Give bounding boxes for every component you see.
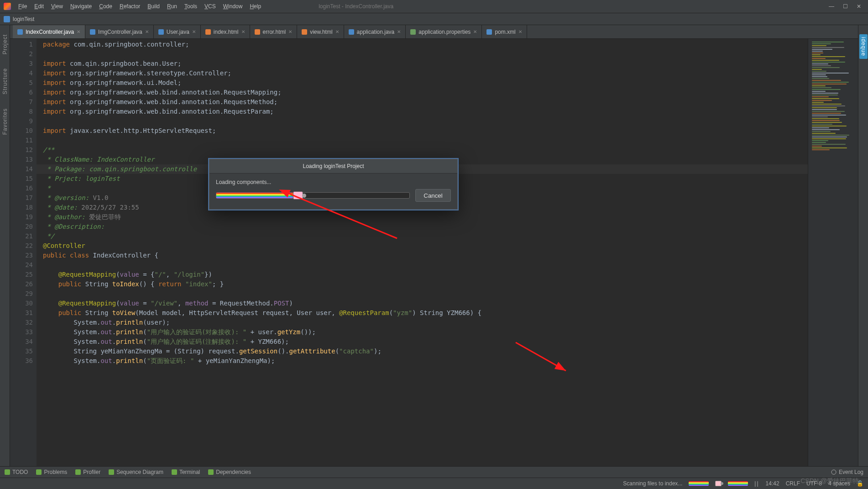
tool-icon: [75, 469, 81, 475]
window-title: loginTest - IndexController.java: [319, 3, 393, 10]
breadcrumb[interactable]: loginTest: [13, 16, 34, 22]
event-log-label: Event Log: [839, 469, 863, 475]
file-icon: [158, 29, 164, 35]
maximize-icon[interactable]: ☐: [842, 3, 848, 10]
menu-run[interactable]: Run: [164, 1, 180, 11]
bg-progress-rainbow: [689, 481, 709, 486]
tab-label: application.java: [357, 29, 395, 35]
tool-icon: [208, 469, 214, 475]
bubble-icon: [831, 469, 837, 475]
tab-application-java[interactable]: application.java✕: [344, 25, 406, 38]
menu-window[interactable]: Window: [220, 1, 246, 11]
close-tab-icon[interactable]: ✕: [77, 29, 80, 34]
file-icon: [90, 29, 95, 35]
menu-view[interactable]: View: [48, 1, 66, 11]
tab-label: view.html: [310, 29, 332, 35]
editor[interactable]: 1234567891011121314151617181920212223242…: [10, 39, 858, 466]
menu-help[interactable]: Help: [247, 1, 264, 11]
progress-bar: [216, 192, 410, 199]
tool-icon: [109, 469, 114, 475]
tool-label: Dependencies: [216, 469, 251, 475]
bg-task-label[interactable]: Scanning files to index...: [623, 480, 682, 487]
menu-build[interactable]: Build: [145, 1, 162, 11]
dialog-title: Loading loginTest Project: [209, 159, 457, 174]
minimap[interactable]: [808, 39, 858, 466]
menu-edit[interactable]: Edit: [31, 1, 47, 11]
tool-label: TODO: [12, 469, 28, 475]
tool-profiler[interactable]: Profiler: [75, 469, 100, 475]
menu-navigate[interactable]: Navigate: [68, 1, 94, 11]
editor-tabs: IndexController.java✕ImgController.java✕…: [10, 25, 858, 39]
tool-icon: [36, 469, 42, 475]
status-time: 14:42: [766, 480, 779, 487]
menu-tools[interactable]: Tools: [182, 1, 200, 11]
event-log[interactable]: Event Log: [831, 469, 863, 475]
progress-fill: [216, 193, 298, 198]
tab-IndexController-java[interactable]: IndexController.java✕: [13, 25, 85, 38]
minimize-icon[interactable]: —: [829, 3, 834, 10]
line-gutter: 1234567891011121314151617181920212223242…: [10, 39, 37, 466]
code-area[interactable]: package com.qin.springboot.controller; i…: [37, 39, 808, 466]
tab-view-html[interactable]: view.html✕: [297, 25, 344, 38]
tab-ImgController-java[interactable]: ImgController.java✕: [85, 25, 154, 38]
left-tool-project[interactable]: Project: [2, 34, 8, 54]
right-toolbar: ideque: [858, 25, 868, 466]
close-tab-icon[interactable]: ✕: [192, 29, 196, 34]
tab-User-java[interactable]: User.java✕: [154, 25, 201, 38]
tool-label: Problems: [44, 469, 67, 475]
tab-label: User.java: [167, 29, 189, 35]
close-icon[interactable]: ✕: [856, 3, 862, 10]
watermark: CSDN @爱徒巴菲特: [800, 477, 859, 485]
breadcrumb-bar: loginTest: [0, 13, 868, 25]
dialog-text: Loading components...: [216, 179, 451, 185]
status-line-ending[interactable]: CRLF: [786, 480, 800, 487]
file-icon: [302, 29, 307, 35]
left-tool-structure[interactable]: Structure: [2, 68, 8, 95]
close-tab-icon[interactable]: ✕: [145, 29, 149, 34]
tab-index-html[interactable]: index.html✕: [201, 25, 250, 38]
tool-problems[interactable]: Problems: [36, 469, 67, 475]
tab-label: ImgController.java: [98, 29, 142, 35]
menu-refactor[interactable]: Refactor: [117, 1, 143, 11]
tab-label: pom.xml: [495, 29, 515, 35]
close-tab-icon[interactable]: ✕: [288, 29, 292, 34]
tool-label: Terminal: [179, 469, 200, 475]
file-icon: [410, 29, 416, 35]
menu-code[interactable]: Code: [96, 1, 115, 11]
tab-pom-xml[interactable]: pom.xml✕: [482, 25, 527, 38]
tab-label: application.properties: [418, 29, 471, 35]
tab-label: index.html: [214, 29, 239, 35]
right-tool-ideque[interactable]: ideque: [859, 34, 868, 59]
project-icon: [4, 16, 10, 22]
close-tab-icon[interactable]: ✕: [335, 29, 339, 34]
cancel-button[interactable]: Cancel: [415, 189, 451, 202]
tool-label: Profiler: [83, 469, 100, 475]
close-tab-icon[interactable]: ✕: [241, 29, 245, 34]
status-bar: Scanning files to index... || 14:42 CRLF…: [0, 478, 868, 489]
tool-label: Sequence Diagram: [116, 469, 163, 475]
pause-icon[interactable]: ||: [754, 480, 759, 487]
nyan-cat-icon: [293, 191, 303, 200]
main-menu: FileEditViewNavigateCodeRefactorBuildRun…: [16, 1, 264, 11]
close-tab-icon[interactable]: ✕: [473, 29, 477, 34]
tab-error-html[interactable]: error.html✕: [250, 25, 298, 38]
tab-application-properties[interactable]: application.properties✕: [406, 25, 482, 38]
tool-todo[interactable]: TODO: [5, 469, 28, 475]
close-tab-icon[interactable]: ✕: [518, 29, 522, 34]
tool-sequence-diagram[interactable]: Sequence Diagram: [109, 469, 163, 475]
menu-file[interactable]: File: [16, 1, 30, 11]
tab-label: IndexController.java: [26, 29, 74, 35]
tool-terminal[interactable]: Terminal: [172, 469, 200, 475]
tool-dependencies[interactable]: Dependencies: [208, 469, 251, 475]
file-icon: [17, 29, 23, 35]
left-toolbar: ProjectStructureFavorites: [0, 25, 10, 466]
tab-label: error.html: [263, 29, 286, 35]
menu-vcs[interactable]: VCS: [202, 1, 219, 11]
file-icon: [205, 29, 211, 35]
close-tab-icon[interactable]: ✕: [397, 29, 401, 34]
left-tool-favorites[interactable]: Favorites: [2, 108, 8, 135]
bg-progress-rainbow-2: [728, 481, 748, 486]
loading-dialog: Loading loginTest Project Loading compon…: [209, 159, 458, 210]
tool-icon: [5, 469, 10, 475]
tool-icon: [172, 469, 177, 475]
